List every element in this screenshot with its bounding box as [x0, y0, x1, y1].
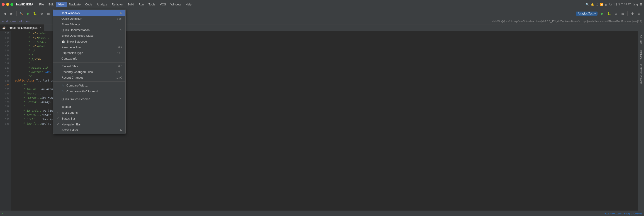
- menu-window[interactable]: Window: [168, 2, 183, 7]
- compare-icon: ⇆: [62, 84, 65, 87]
- menu-item-status-bar-label: Status Bar: [62, 117, 122, 120]
- menu-item-compare-with[interactable]: ⇆ Compare With...: [53, 82, 126, 88]
- menu-vcs[interactable]: VCS: [158, 2, 168, 7]
- menu-item-quick-definition-shortcut: ⇧⌘I: [116, 17, 122, 20]
- run-config-label: ArrayListTest: [578, 12, 594, 15]
- battery-icon: ▮: [605, 3, 607, 6]
- menu-view[interactable]: View: [56, 2, 67, 7]
- full-path: HelloWor[ld] - ~/Library/JavaVirtualMach…: [492, 20, 642, 23]
- menu-analyze[interactable]: Analyze: [94, 2, 110, 7]
- submenu-arrow-active-editor: ▶: [120, 129, 122, 132]
- menu-item-show-siblings[interactable]: Show Siblings: [53, 21, 126, 27]
- menu-separator-1: [53, 62, 126, 62]
- menu-tools[interactable]: Tools: [146, 2, 158, 7]
- menu-item-recent-changes-shortcut: ⌥⇧C: [115, 76, 122, 79]
- compare-clipboard-icon: ⇆: [62, 89, 65, 93]
- menu-navigate[interactable]: Navigate: [67, 2, 83, 7]
- menu-item-tool-windows-label: Tool Windows: [62, 11, 119, 15]
- navigation-bar-check-icon: ✓: [56, 123, 60, 126]
- notifications-icon[interactable]: 🔔: [591, 3, 594, 6]
- tab-icon: ☕: [2, 26, 6, 29]
- menu-build[interactable]: Build: [125, 2, 136, 7]
- coverage-button[interactable]: ⊕: [39, 11, 45, 16]
- minimize-button[interactable]: [6, 3, 9, 6]
- bluetooth-icon: ⬡: [596, 3, 598, 6]
- run-config-run[interactable]: ▶: [599, 11, 605, 16]
- toolbar-separator-4: [628, 11, 628, 16]
- menu-item-tool-buttons[interactable]: ✓ Tool Buttons: [53, 110, 126, 115]
- menu-icon[interactable]: ☰: [640, 3, 642, 6]
- run-config[interactable]: ArrayListTest ▾: [576, 11, 598, 16]
- menu-item-navigation-bar-label: Navigation Bar: [62, 123, 122, 126]
- menu-file[interactable]: File: [37, 2, 46, 7]
- menu-item-recent-changes[interactable]: Recent Changes ⌥⇧C: [53, 75, 126, 80]
- run-config-debug[interactable]: 🐛: [606, 11, 612, 16]
- bytecode-icon: ☕: [62, 40, 65, 43]
- run-config-profile[interactable]: ⊞: [620, 11, 626, 16]
- menu-item-quick-documentation-label: Quick Documentation: [62, 28, 114, 32]
- menu-item-recently-changed-label: Recently Changed Files: [62, 70, 110, 74]
- run-config-coverage[interactable]: ⊕: [613, 11, 619, 16]
- menu-item-context-info[interactable]: Context Info: [53, 56, 126, 61]
- menu-run[interactable]: Run: [136, 2, 146, 7]
- sidebar-tab-art-build[interactable]: Art Build: [639, 33, 643, 46]
- breadcrumb-java[interactable]: java: [12, 20, 16, 23]
- menu-item-toolbar[interactable]: Toolbar: [53, 104, 126, 110]
- tab-close-icon[interactable]: ✕: [40, 26, 42, 29]
- close-button[interactable]: [2, 3, 5, 6]
- profile-button[interactable]: ⊞: [46, 11, 52, 16]
- breadcrumb-src[interactable]: src.zip: [2, 20, 9, 23]
- wifi-icon: 📶: [600, 3, 604, 6]
- menu-item-parameter-info[interactable]: Parameter Info ⌘P: [53, 44, 126, 50]
- menu-item-active-editor[interactable]: Active Editor ▶: [53, 127, 126, 133]
- breadcrumb-sep-1: ›: [10, 20, 11, 23]
- menu-item-parameter-info-shortcut: ⌘P: [118, 46, 122, 49]
- menu-item-recent-files-label: Recent Files: [62, 64, 112, 68]
- menu-item-compare-with-label: Compare With...: [66, 84, 122, 87]
- search-icon[interactable]: 🔍: [586, 3, 589, 6]
- sidebar-tab-database[interactable]: Database: [639, 47, 643, 61]
- statusbar: ✓ https://blog.csdn.net/qq_27093465: [0, 211, 644, 216]
- breadcrumb-util[interactable]: util: [19, 20, 22, 23]
- maximize-button[interactable]: [10, 3, 14, 6]
- menu-edit[interactable]: Edit: [46, 2, 56, 7]
- tool-buttons-check-icon: ✓: [56, 111, 60, 114]
- menu-item-recently-changed[interactable]: Recently Changed Files ⇧⌘E: [53, 69, 126, 75]
- menu-refactor[interactable]: Refactor: [110, 2, 125, 7]
- menu-item-recent-files[interactable]: Recent Files ⌘E: [53, 63, 126, 69]
- back-button[interactable]: ◀: [2, 11, 8, 16]
- menu-help[interactable]: Help: [183, 2, 194, 7]
- menu-item-show-decompiled[interactable]: Show Decompiled Class: [53, 33, 126, 38]
- status-bar-check-icon: ✓: [56, 117, 60, 120]
- statusbar-url[interactable]: https://blog.csdn.net/qq_27093465: [604, 212, 642, 215]
- menu-item-compare-clipboard[interactable]: ⇆ Compare with Clipboard: [53, 88, 126, 94]
- debug-button[interactable]: 🐛: [32, 11, 38, 16]
- menu-item-recent-changes-label: Recent Changes: [62, 76, 109, 79]
- build-button[interactable]: 🔨: [18, 11, 24, 16]
- menu-item-show-bytecode-label: Show Bytecode: [66, 40, 122, 43]
- settings-button[interactable]: ⚙: [630, 11, 636, 16]
- menu-item-status-bar[interactable]: ✓ Status Bar: [53, 115, 126, 121]
- menu-item-tool-windows[interactable]: Tool Windows ▶: [53, 10, 126, 16]
- menu-item-quick-documentation-shortcut: ^J: [120, 28, 122, 32]
- breadcrumb-conc[interactable]: conc...: [25, 20, 32, 23]
- sidebar-tab-maven[interactable]: m Maven Projects: [639, 62, 643, 86]
- menu-code[interactable]: Code: [83, 2, 94, 7]
- forward-button[interactable]: ▶: [8, 11, 14, 16]
- expand-button[interactable]: ⊞: [636, 11, 642, 16]
- menu-item-navigation-bar[interactable]: ✓ Navigation Bar: [53, 121, 126, 127]
- right-sidebar: Art Build Database m Maven Projects: [638, 31, 644, 216]
- status-checkmark: ✓: [2, 212, 4, 215]
- menubar-left: IntelliJ IDEA File Edit View Navigate Co…: [2, 2, 194, 7]
- menu-separator-3: [53, 95, 126, 95]
- menu-item-quick-documentation[interactable]: Quick Documentation ^J: [53, 27, 126, 33]
- menu-item-quick-definition[interactable]: Quick Definition ⇧⌘I: [53, 16, 126, 21]
- menu-item-quick-definition-label: Quick Definition: [62, 17, 111, 20]
- menu-item-expression-type[interactable]: Expression Type ^⇧P: [53, 50, 126, 56]
- menu-item-show-bytecode[interactable]: ☕ Show Bytecode: [53, 38, 126, 44]
- menu-item-quick-switch-label: Quick Switch Scheme...: [62, 97, 114, 101]
- run-button[interactable]: ▶: [25, 11, 31, 16]
- menu-item-compare-clipboard-label: Compare with Clipboard: [66, 90, 122, 93]
- tab-threadpoolexecutor[interactable]: ☕ ThreadPoolExecutor.java ✕: [0, 24, 44, 31]
- menu-item-quick-switch[interactable]: Quick Switch Scheme... ^`: [53, 96, 126, 102]
